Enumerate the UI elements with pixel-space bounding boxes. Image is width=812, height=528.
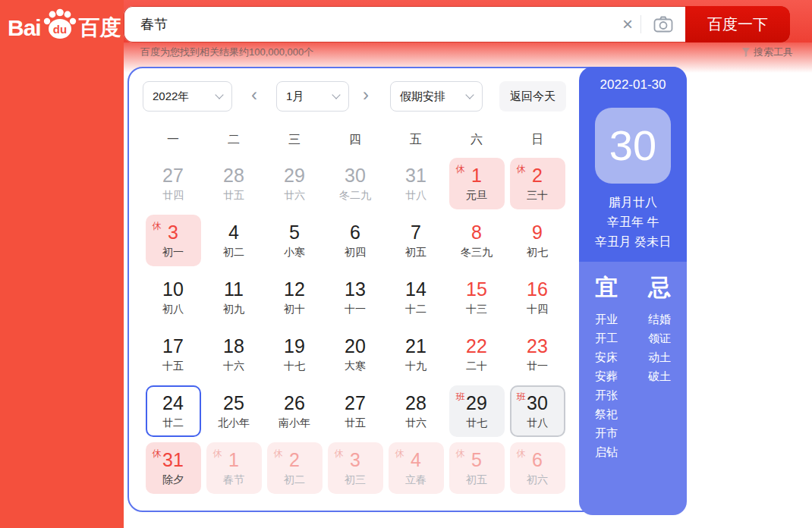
calendar-day-cell[interactable]: 休2初二 <box>267 442 323 494</box>
calendar-cell-slot: 12初十 <box>264 272 325 328</box>
logo-bai-text: Bai <box>8 15 41 41</box>
calendar-day-cell[interactable]: 休31除夕 <box>146 442 201 494</box>
calendar-day-cell[interactable]: 14十二 <box>389 272 444 323</box>
calendar-day-cell[interactable]: 18十六 <box>206 328 262 380</box>
clear-icon[interactable]: × <box>615 15 640 33</box>
panel-lunar-line: 辛丑年 牛 <box>579 212 687 232</box>
day-lunar-label: 南小年 <box>269 414 321 431</box>
baidu-paw-icon: du <box>42 8 77 43</box>
calendar-day-cell[interactable]: 16十四 <box>510 272 565 323</box>
search-tools-toggle[interactable]: 搜索工具 <box>742 46 793 59</box>
day-lunar-label: 十四 <box>511 300 564 317</box>
calendar-day-cell[interactable]: 6初四 <box>328 215 383 266</box>
calendar-day-cell[interactable]: 21十九 <box>389 328 444 380</box>
calendar-cell-slot: 休6初六 <box>507 442 568 499</box>
day-status-badge: 休 <box>395 448 404 460</box>
holiday-select-value: 假期安排 <box>400 90 445 104</box>
calendar-day-cell[interactable]: 24廿二 <box>146 385 201 437</box>
back-to-today-button[interactable]: 返回今天 <box>499 81 566 112</box>
calendar-cell-slot: 17十五 <box>143 328 203 385</box>
calendar-day-cell[interactable]: 22二十 <box>449 328 505 380</box>
almanac-item: 安葬 <box>580 366 633 385</box>
calendar-day-cell[interactable]: 休1春节 <box>206 442 262 494</box>
day-status-badge: 休 <box>335 448 344 460</box>
prev-month-button[interactable]: ‹ <box>245 84 263 105</box>
calendar-cell-slot: 休2三十 <box>507 158 568 215</box>
calendar-day-cell[interactable]: 28廿五 <box>206 158 262 209</box>
next-month-button[interactable]: › <box>357 84 375 105</box>
calendar-day-cell[interactable]: 11初九 <box>206 272 262 323</box>
calendar-cell-slot: 16十四 <box>507 272 568 328</box>
calendar-day-cell[interactable]: 20大寒 <box>328 328 383 380</box>
almanac-item: 开张 <box>580 385 633 404</box>
calendar-cell-slot: 27廿五 <box>325 385 386 442</box>
calendar-day-cell[interactable]: 26南小年 <box>267 385 323 437</box>
calendar-day-cell[interactable]: 19十七 <box>267 328 323 380</box>
day-lunar-label: 初三 <box>329 471 382 488</box>
day-lunar-label: 初十 <box>269 300 321 317</box>
almanac-item: 启钻 <box>580 442 633 461</box>
calendar-day-cell[interactable]: 4初二 <box>206 215 262 266</box>
calendar-cell-slot: 31廿八 <box>386 158 446 215</box>
calendar-day-cell[interactable]: 25北小年 <box>206 385 262 437</box>
ji-title: 忌 <box>633 272 686 303</box>
day-lunar-label: 十七 <box>269 357 321 374</box>
month-select[interactable]: 1月 <box>276 81 349 112</box>
calendar-day-cell[interactable]: 9初七 <box>510 215 565 266</box>
day-status-badge: 休 <box>274 448 283 460</box>
holiday-select[interactable]: 假期安排 <box>390 81 483 112</box>
calendar-day-cell[interactable]: 休4立春 <box>389 442 444 494</box>
year-select-value: 2022年 <box>153 90 189 104</box>
calendar-day-cell[interactable]: 12初十 <box>267 272 323 323</box>
calendar-day-cell[interactable]: 休1元旦 <box>449 158 505 209</box>
calendar-day-cell[interactable]: 10初八 <box>146 272 201 323</box>
calendar-day-cell[interactable]: 休3初一 <box>146 215 201 266</box>
calendar-day-cell[interactable]: 23廿一 <box>510 328 565 380</box>
calendar-day-cell[interactable]: 31廿八 <box>389 158 444 209</box>
search-input[interactable]: 春节 <box>124 15 615 33</box>
calendar-day-cell[interactable]: 休3初三 <box>328 442 383 494</box>
day-lunar-label: 北小年 <box>208 414 260 431</box>
calendar-day-cell[interactable]: 27廿五 <box>328 385 383 437</box>
calendar-cell-slot: 20大寒 <box>325 328 386 385</box>
baidu-logo[interactable]: Bai du 百度 <box>8 11 121 46</box>
calendar-day-cell[interactable]: 班30廿八 <box>510 385 565 437</box>
calendar-day-cell[interactable]: 休2三十 <box>510 158 565 209</box>
calendar-day-cell[interactable]: 8冬三九 <box>449 215 505 266</box>
calendar-day-cell[interactable]: 班29廿七 <box>449 385 505 437</box>
day-lunar-label: 十五 <box>147 357 200 374</box>
yi-title: 宜 <box>580 272 633 303</box>
day-number: 8 <box>451 222 503 244</box>
day-status-badge: 休 <box>213 448 222 460</box>
day-number: 24 <box>147 392 200 414</box>
day-lunar-label: 冬二九 <box>329 187 382 203</box>
calendar-day-cell[interactable]: 15十三 <box>449 272 505 323</box>
day-lunar-label: 十二 <box>390 300 442 317</box>
day-lunar-label: 初九 <box>208 300 260 317</box>
calendar-day-cell[interactable]: 17十五 <box>146 328 201 380</box>
calendar-day-cell[interactable]: 休5初五 <box>449 442 505 494</box>
calendar-day-cell[interactable]: 休6初六 <box>510 442 565 494</box>
camera-icon[interactable] <box>641 16 685 33</box>
calendar-day-cell[interactable]: 28廿六 <box>389 385 444 437</box>
day-lunar-label: 廿一 <box>511 357 564 374</box>
day-number: 22 <box>451 335 503 357</box>
calendar-cell-slot: 24廿二 <box>143 385 203 442</box>
day-lunar-label: 初六 <box>511 471 564 488</box>
calendar-widget: 2022年 ‹ 1月 › 假期安排 返回今天 一二三四五六日 27廿四28廿五2… <box>127 67 687 512</box>
day-lunar-label: 十三 <box>451 300 503 317</box>
almanac-item: 祭祀 <box>580 404 633 423</box>
calendar-day-cell[interactable]: 5小寒 <box>267 215 323 266</box>
day-number: 29 <box>269 165 321 187</box>
calendar-day-cell[interactable]: 30冬二九 <box>328 158 383 209</box>
calendar-day-cell[interactable]: 13十一 <box>328 272 383 323</box>
calendar-day-cell[interactable]: 7初五 <box>389 215 444 266</box>
calendar-day-cell[interactable]: 29廿六 <box>267 158 323 209</box>
day-number: 19 <box>269 335 321 357</box>
search-button[interactable]: 百度一下 <box>685 6 790 42</box>
year-select[interactable]: 2022年 <box>143 81 232 112</box>
panel-lunar-lines: 腊月廿八辛丑年 牛辛丑月 癸未日 <box>579 193 687 252</box>
calendar-day-cell[interactable]: 27廿四 <box>146 158 201 209</box>
logo-cn-text: 百度 <box>79 14 121 42</box>
weekday-label: 一 <box>143 132 203 148</box>
